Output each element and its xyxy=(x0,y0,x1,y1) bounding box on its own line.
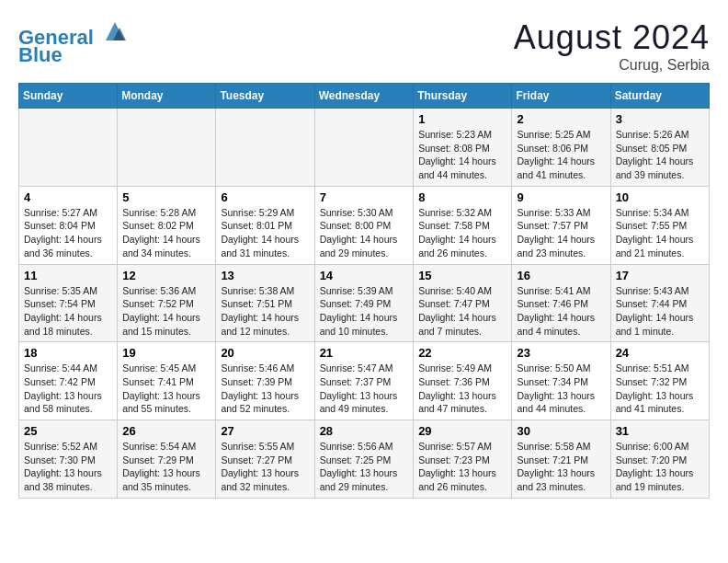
day-number: 5 xyxy=(122,190,210,204)
day-info: Sunrise: 5:45 AMSunset: 7:41 PMDaylight:… xyxy=(122,362,210,416)
day-info: Sunrise: 5:33 AMSunset: 7:57 PMDaylight:… xyxy=(517,206,605,260)
calendar-week-5: 25Sunrise: 5:52 AMSunset: 7:30 PMDayligh… xyxy=(19,420,710,499)
calendar-cell: 13Sunrise: 5:38 AMSunset: 7:51 PMDayligh… xyxy=(216,264,314,342)
day-info: Sunrise: 5:56 AMSunset: 7:25 PMDaylight:… xyxy=(320,440,409,494)
day-info: Sunrise: 5:29 AMSunset: 8:01 PMDaylight:… xyxy=(221,206,309,260)
calendar-cell: 5Sunrise: 5:28 AMSunset: 8:02 PMDaylight… xyxy=(118,186,216,264)
weekday-header-tuesday: Tuesday xyxy=(216,84,314,109)
day-number: 14 xyxy=(320,269,409,282)
day-info: Sunrise: 5:46 AMSunset: 7:39 PMDaylight:… xyxy=(221,362,309,416)
calendar-cell: 22Sunrise: 5:49 AMSunset: 7:36 PMDayligh… xyxy=(414,342,512,420)
day-info: Sunrise: 5:54 AMSunset: 7:29 PMDaylight:… xyxy=(122,440,210,494)
day-info: Sunrise: 5:44 AMSunset: 7:42 PMDaylight:… xyxy=(24,362,112,416)
day-info: Sunrise: 5:41 AMSunset: 7:46 PMDaylight:… xyxy=(517,284,605,339)
day-info: Sunrise: 5:47 AMSunset: 7:37 PMDaylight:… xyxy=(320,362,409,416)
weekday-header-friday: Friday xyxy=(512,84,610,109)
calendar-cell xyxy=(216,109,314,187)
calendar-cell: 1Sunrise: 5:23 AMSunset: 8:08 PMDaylight… xyxy=(414,109,512,187)
calendar-cell xyxy=(118,109,216,187)
day-info: Sunrise: 5:25 AMSunset: 8:06 PMDaylight:… xyxy=(517,128,605,182)
day-number: 28 xyxy=(320,424,409,438)
calendar-cell: 2Sunrise: 5:25 AMSunset: 8:06 PMDaylight… xyxy=(512,109,610,187)
day-info: Sunrise: 5:39 AMSunset: 7:49 PMDaylight:… xyxy=(320,284,409,339)
day-number: 1 xyxy=(418,112,506,126)
header: General Blue August 2024 Curug, Serbia xyxy=(18,18,710,74)
day-info: Sunrise: 5:50 AMSunset: 7:34 PMDaylight:… xyxy=(517,362,605,416)
calendar-week-1: 1Sunrise: 5:23 AMSunset: 8:08 PMDaylight… xyxy=(19,109,710,187)
day-info: Sunrise: 5:49 AMSunset: 7:36 PMDaylight:… xyxy=(418,362,506,416)
day-number: 29 xyxy=(418,424,506,438)
day-number: 22 xyxy=(418,346,506,360)
day-number: 16 xyxy=(517,269,605,282)
day-number: 24 xyxy=(616,346,704,360)
day-info: Sunrise: 5:52 AMSunset: 7:30 PMDaylight:… xyxy=(24,440,112,494)
weekday-header-saturday: Saturday xyxy=(610,84,709,109)
calendar-cell: 15Sunrise: 5:40 AMSunset: 7:47 PMDayligh… xyxy=(414,264,512,342)
location: Curug, Serbia xyxy=(514,57,710,74)
calendar-cell: 25Sunrise: 5:52 AMSunset: 7:30 PMDayligh… xyxy=(19,420,118,499)
day-number: 18 xyxy=(24,346,112,360)
day-number: 6 xyxy=(221,190,309,204)
day-number: 4 xyxy=(24,190,112,204)
day-info: Sunrise: 5:58 AMSunset: 7:21 PMDaylight:… xyxy=(517,440,605,494)
day-number: 7 xyxy=(320,190,409,204)
calendar-cell: 16Sunrise: 5:41 AMSunset: 7:46 PMDayligh… xyxy=(512,264,610,342)
day-number: 26 xyxy=(122,424,210,438)
day-info: Sunrise: 5:55 AMSunset: 7:27 PMDaylight:… xyxy=(221,440,309,494)
day-number: 30 xyxy=(517,424,605,438)
calendar-cell: 24Sunrise: 5:51 AMSunset: 7:32 PMDayligh… xyxy=(610,342,709,420)
calendar-cell xyxy=(314,109,414,187)
day-info: Sunrise: 5:38 AMSunset: 7:51 PMDaylight:… xyxy=(221,284,309,339)
day-info: Sunrise: 5:43 AMSunset: 7:44 PMDaylight:… xyxy=(616,284,704,339)
day-info: Sunrise: 5:40 AMSunset: 7:47 PMDaylight:… xyxy=(418,284,506,339)
calendar-cell: 10Sunrise: 5:34 AMSunset: 7:55 PMDayligh… xyxy=(610,186,709,264)
logo: General Blue xyxy=(18,18,129,67)
calendar-cell: 18Sunrise: 5:44 AMSunset: 7:42 PMDayligh… xyxy=(19,342,118,420)
calendar-week-3: 11Sunrise: 5:35 AMSunset: 7:54 PMDayligh… xyxy=(19,264,710,342)
day-number: 2 xyxy=(517,112,605,126)
day-number: 8 xyxy=(418,190,506,204)
day-number: 17 xyxy=(616,269,704,282)
day-info: Sunrise: 5:35 AMSunset: 7:54 PMDaylight:… xyxy=(24,284,112,339)
weekday-header-wednesday: Wednesday xyxy=(314,84,414,109)
day-number: 11 xyxy=(24,269,112,282)
day-info: Sunrise: 5:51 AMSunset: 7:32 PMDaylight:… xyxy=(616,362,704,416)
day-info: Sunrise: 6:00 AMSunset: 7:20 PMDaylight:… xyxy=(616,440,704,494)
calendar-cell: 20Sunrise: 5:46 AMSunset: 7:39 PMDayligh… xyxy=(216,342,314,420)
day-number: 10 xyxy=(616,190,704,204)
day-info: Sunrise: 5:57 AMSunset: 7:23 PMDaylight:… xyxy=(418,440,506,494)
calendar-week-2: 4Sunrise: 5:27 AMSunset: 8:04 PMDaylight… xyxy=(19,186,710,264)
weekday-header-sunday: Sunday xyxy=(19,84,118,109)
calendar-cell: 23Sunrise: 5:50 AMSunset: 7:34 PMDayligh… xyxy=(512,342,610,420)
calendar-cell: 21Sunrise: 5:47 AMSunset: 7:37 PMDayligh… xyxy=(314,342,414,420)
day-info: Sunrise: 5:26 AMSunset: 8:05 PMDaylight:… xyxy=(616,128,704,182)
calendar-cell: 6Sunrise: 5:29 AMSunset: 8:01 PMDaylight… xyxy=(216,186,314,264)
day-info: Sunrise: 5:28 AMSunset: 8:02 PMDaylight:… xyxy=(122,206,210,260)
calendar-cell: 4Sunrise: 5:27 AMSunset: 8:04 PMDaylight… xyxy=(19,186,118,264)
day-info: Sunrise: 5:23 AMSunset: 8:08 PMDaylight:… xyxy=(418,128,506,182)
day-number: 15 xyxy=(418,269,506,282)
calendar-cell: 9Sunrise: 5:33 AMSunset: 7:57 PMDaylight… xyxy=(512,186,610,264)
weekday-header-monday: Monday xyxy=(118,84,216,109)
day-info: Sunrise: 5:34 AMSunset: 7:55 PMDaylight:… xyxy=(616,206,704,260)
calendar: SundayMondayTuesdayWednesdayThursdayFrid… xyxy=(18,83,710,499)
day-number: 23 xyxy=(517,346,605,360)
day-number: 31 xyxy=(616,424,704,438)
month-title: August 2024 xyxy=(514,18,710,57)
day-number: 25 xyxy=(24,424,112,438)
day-number: 12 xyxy=(122,269,210,282)
calendar-cell: 26Sunrise: 5:54 AMSunset: 7:29 PMDayligh… xyxy=(118,420,216,499)
calendar-cell: 3Sunrise: 5:26 AMSunset: 8:05 PMDaylight… xyxy=(610,109,709,187)
calendar-cell: 27Sunrise: 5:55 AMSunset: 7:27 PMDayligh… xyxy=(216,420,314,499)
day-info: Sunrise: 5:30 AMSunset: 8:00 PMDaylight:… xyxy=(320,206,409,260)
calendar-cell: 28Sunrise: 5:56 AMSunset: 7:25 PMDayligh… xyxy=(314,420,414,499)
calendar-cell: 17Sunrise: 5:43 AMSunset: 7:44 PMDayligh… xyxy=(610,264,709,342)
title-area: August 2024 Curug, Serbia xyxy=(514,18,710,74)
day-number: 21 xyxy=(320,346,409,360)
day-number: 3 xyxy=(616,112,704,126)
calendar-cell: 8Sunrise: 5:32 AMSunset: 7:58 PMDaylight… xyxy=(414,186,512,264)
calendar-cell: 14Sunrise: 5:39 AMSunset: 7:49 PMDayligh… xyxy=(314,264,414,342)
logo-icon xyxy=(101,18,129,44)
calendar-week-4: 18Sunrise: 5:44 AMSunset: 7:42 PMDayligh… xyxy=(19,342,710,420)
calendar-cell: 31Sunrise: 6:00 AMSunset: 7:20 PMDayligh… xyxy=(610,420,709,499)
